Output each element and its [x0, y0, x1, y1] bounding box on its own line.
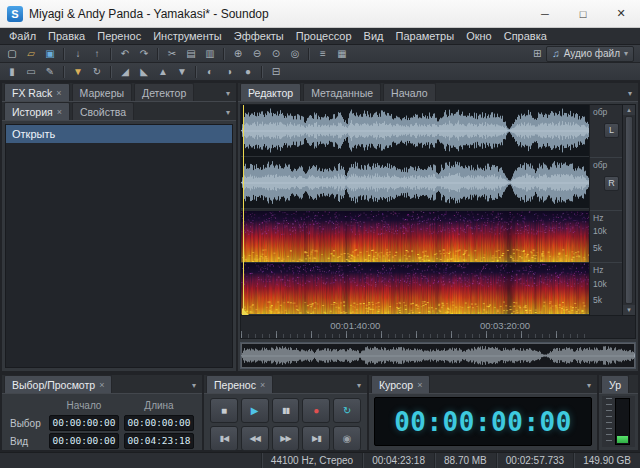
right-channel-button[interactable]: R — [604, 176, 619, 191]
stop-button[interactable]: ■ — [210, 398, 238, 423]
record-options-button[interactable]: ◉ — [333, 426, 361, 451]
spectrogram-right-track[interactable] — [241, 263, 589, 315]
track-display[interactable] — [240, 104, 590, 316]
menu-item-3[interactable]: Инструменты — [147, 28, 228, 44]
close-icon[interactable]: × — [417, 380, 422, 390]
view-length-field[interactable]: 00:04:23:18 — [124, 433, 194, 449]
mixer-icon[interactable]: ≡ — [314, 46, 332, 61]
new-file-icon[interactable]: ▢ — [3, 46, 21, 61]
loop-button[interactable]: ↻ — [333, 398, 361, 423]
gain-down-icon[interactable]: ▼ — [173, 64, 191, 79]
save-icon[interactable]: ▣ — [41, 46, 59, 61]
fade-out-icon[interactable]: ◣ — [135, 64, 153, 79]
waveform-left-canvas[interactable] — [241, 105, 589, 156]
zoom-in-icon[interactable]: ⊕ — [229, 46, 247, 61]
maximize-button[interactable]: □ — [564, 0, 602, 27]
chevron-down-icon[interactable]: ▾ — [188, 381, 200, 390]
tab-transport[interactable]: Перенос × — [206, 375, 273, 393]
loop-playback-icon[interactable]: ↻ — [88, 64, 106, 79]
menu-item-4[interactable]: Эффекты — [228, 28, 290, 44]
close-button[interactable]: ✕ — [602, 0, 640, 27]
cut-icon[interactable]: ✂ — [163, 46, 181, 61]
overview-strip[interactable] — [240, 342, 636, 369]
menu-item-5[interactable]: Процессор — [290, 28, 358, 44]
scroll-down-icon[interactable]: ▾ — [623, 305, 635, 315]
vertical-scrollbar[interactable]: ▴ ▾ — [623, 104, 636, 316]
audio-file-type-dropdown[interactable]: ♫ Аудио файл ▾ — [546, 46, 634, 62]
both-channels-icon[interactable]: ● — [239, 64, 257, 79]
tab-history[interactable]: История × — [4, 102, 70, 120]
close-icon[interactable]: × — [260, 380, 265, 390]
left-channel-icon[interactable]: ◐ — [201, 64, 219, 79]
view-start-field[interactable]: 00:00:00:00 — [49, 433, 119, 449]
fade-in-icon[interactable]: ◢ — [116, 64, 134, 79]
close-icon[interactable]: × — [57, 107, 62, 117]
cursor-time-display[interactable]: 00:00:00:00 — [394, 407, 572, 437]
history-item-open[interactable]: Открыть — [6, 125, 232, 143]
zoom-selection-icon[interactable]: ⊙ — [267, 46, 285, 61]
chevron-down-icon[interactable]: ▾ — [624, 89, 636, 98]
workspace-layout-icon[interactable]: ⊞ — [528, 46, 546, 61]
waveform-right-canvas[interactable] — [241, 157, 589, 208]
menu-item-8[interactable]: Окно — [460, 28, 498, 44]
paste-icon[interactable]: ▥ — [201, 46, 219, 61]
tab-cursor[interactable]: Курсор × — [371, 375, 430, 393]
spectrogram-left-canvas[interactable] — [241, 211, 589, 262]
tab-levels[interactable]: Ур — [601, 375, 629, 393]
selection-start-field[interactable]: 00:00:00:00 — [49, 415, 119, 431]
undo-icon[interactable]: ↶ — [116, 46, 134, 61]
spectral-view-icon[interactable]: ▦ — [333, 46, 351, 61]
tab-selection-view[interactable]: Выбор/Просмотр × — [4, 375, 112, 393]
close-icon[interactable]: × — [56, 88, 61, 98]
tab-detector[interactable]: Детектор — [134, 83, 194, 101]
go-to-end-button[interactable]: ▶▮ — [302, 426, 330, 451]
timeline-ruler[interactable]: 00:01:40:00 00:03:20:00 — [240, 316, 636, 339]
export-icon[interactable]: ↑ — [88, 46, 106, 61]
tab-start[interactable]: Начало — [383, 83, 436, 101]
record-button[interactable]: ● — [302, 398, 330, 423]
playhead-flag-icon[interactable] — [242, 308, 249, 315]
selection-length-field[interactable]: 00:00:00:00 — [124, 415, 194, 431]
range-selection-tool-icon[interactable]: ▭ — [22, 64, 40, 79]
gain-up-icon[interactable]: ▲ — [154, 64, 172, 79]
time-selection-tool-icon[interactable]: ▮ — [3, 64, 21, 79]
rewind-button[interactable]: ◀◀ — [241, 426, 269, 451]
right-channel-icon[interactable]: ◑ — [220, 64, 238, 79]
waveform-right-track[interactable] — [241, 157, 589, 209]
waveform-left-track[interactable] — [241, 105, 589, 157]
chevron-down-icon[interactable]: ▾ — [353, 381, 365, 390]
chevron-down-icon[interactable]: ▾ — [222, 89, 234, 98]
tab-editor[interactable]: Редактор — [240, 83, 301, 101]
zoom-out-icon[interactable]: ⊖ — [248, 46, 266, 61]
add-marker-icon[interactable]: ▼ — [69, 64, 87, 79]
redo-icon[interactable]: ↷ — [135, 46, 153, 61]
edit-tool-icon[interactable]: ✎ — [41, 64, 59, 79]
copy-icon[interactable]: ▤ — [182, 46, 200, 61]
tab-markers[interactable]: Маркеры — [72, 83, 132, 101]
scroll-up-icon[interactable]: ▴ — [623, 105, 635, 115]
menu-item-2[interactable]: Перенос — [91, 28, 147, 44]
menu-item-1[interactable]: Правка — [42, 28, 91, 44]
snap-icon[interactable]: ⊟ — [267, 64, 285, 79]
minimize-button[interactable]: ─ — [526, 0, 564, 27]
tab-properties[interactable]: Свойства — [72, 102, 134, 120]
zoom-full-icon[interactable]: ◎ — [286, 46, 304, 61]
overview-waveform-canvas[interactable] — [241, 343, 635, 368]
playhead-cursor[interactable] — [243, 105, 244, 315]
chevron-down-icon[interactable]: ▾ — [222, 108, 234, 117]
menu-item-9[interactable]: Справка — [498, 28, 553, 44]
left-channel-button[interactable]: L — [604, 123, 619, 138]
chevron-down-icon[interactable]: ▾ — [583, 381, 595, 390]
open-file-icon[interactable]: ▱ — [22, 46, 40, 61]
fast-forward-button[interactable]: ▶▶ — [272, 426, 300, 451]
spectrogram-right-canvas[interactable] — [241, 263, 589, 314]
scrollbar-thumb[interactable] — [625, 116, 633, 304]
tab-fx-rack[interactable]: FX Rack × — [4, 83, 70, 101]
close-icon[interactable]: × — [99, 380, 104, 390]
play-button[interactable]: ▶ — [241, 398, 269, 423]
menu-item-6[interactable]: Вид — [358, 28, 390, 44]
pause-button[interactable]: ▮▮ — [272, 398, 300, 423]
menu-item-0[interactable]: Файл — [3, 28, 42, 44]
tab-metadata[interactable]: Метаданные — [303, 83, 381, 101]
menu-item-7[interactable]: Параметры — [389, 28, 460, 44]
